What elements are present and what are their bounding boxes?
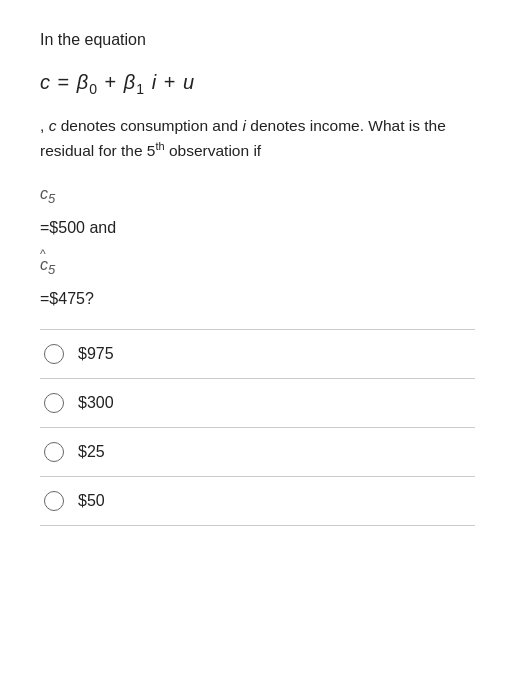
eq-plus2: + xyxy=(164,71,183,93)
eq-beta1: β xyxy=(124,71,136,93)
eq-c: c xyxy=(40,71,51,93)
option-975-label: $975 xyxy=(78,345,114,363)
radio-50[interactable] xyxy=(44,491,64,511)
eq-plus1: + xyxy=(105,71,124,93)
eq-i: i xyxy=(152,71,157,93)
description-text: , c denotes consumption and i denotes in… xyxy=(40,114,475,163)
option-300-label: $300 xyxy=(78,394,114,412)
c5-value: =$500 and xyxy=(40,214,475,241)
chat5-value: =$475? xyxy=(40,285,475,312)
option-25[interactable]: $25 xyxy=(40,428,475,477)
chat5-var: ^ c 5 xyxy=(40,251,475,281)
radio-300[interactable] xyxy=(44,393,64,413)
radio-975[interactable] xyxy=(44,344,64,364)
option-50[interactable]: $50 xyxy=(40,477,475,526)
option-50-label: $50 xyxy=(78,492,105,510)
eq-equals: = xyxy=(58,71,77,93)
option-975[interactable]: $975 xyxy=(40,329,475,379)
c5-var: c5 xyxy=(40,180,475,210)
page-container: In the equation c = β0 + β1 i + u , c de… xyxy=(0,0,515,700)
option-300[interactable]: $300 xyxy=(40,379,475,428)
radio-25[interactable] xyxy=(44,442,64,462)
options-section: $975 $300 $25 $50 xyxy=(40,329,475,526)
equation-display: c = β0 + β1 i + u xyxy=(40,66,475,100)
question-block: In the equation c = β0 + β1 i + u , c de… xyxy=(40,28,475,313)
intro-text: In the equation xyxy=(40,28,475,52)
eq-beta0: β xyxy=(77,71,89,93)
option-25-label: $25 xyxy=(78,443,105,461)
eq-u: u xyxy=(183,71,195,93)
